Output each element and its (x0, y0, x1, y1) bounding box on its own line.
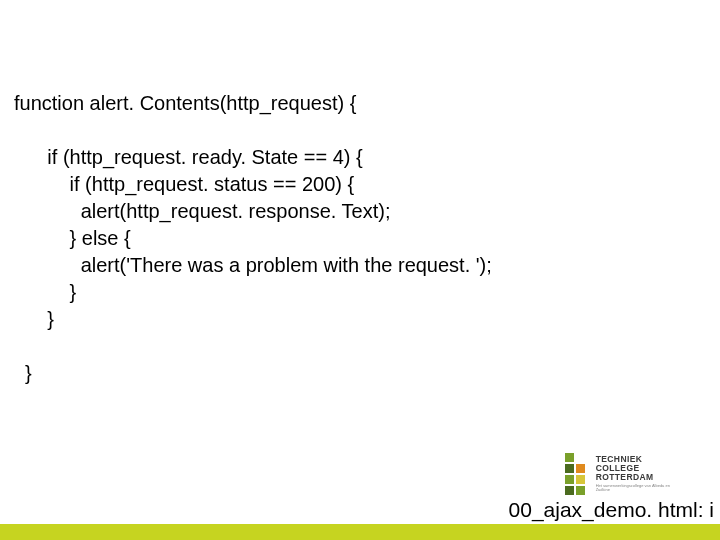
footer-filename: 00_ajax_demo. html: i (509, 498, 714, 522)
slide: function alert. Contents(http_request) {… (0, 0, 720, 540)
code-line: if (http_request. ready. State == 4) { (14, 146, 363, 168)
code-line: } (14, 281, 76, 303)
logo-mark-icon (564, 452, 590, 496)
code-line: function alert. Contents(http_request) { (14, 92, 356, 114)
code-line: } (14, 362, 32, 384)
code-line: } else { (14, 227, 131, 249)
code-line: alert('There was a problem with the requ… (14, 254, 492, 276)
logo-text: TECHNIEK COLLEGE ROTTERDAM Het samenwerk… (596, 455, 684, 492)
school-logo: TECHNIEK COLLEGE ROTTERDAM Het samenwerk… (564, 450, 684, 498)
footer-accent-bar (0, 524, 720, 540)
code-line: if (http_request. status == 200) { (14, 173, 354, 195)
logo-line3: ROTTERDAM (596, 473, 684, 482)
code-line: alert(http_request. response. Text); (14, 200, 390, 222)
logo-subtitle: Het samenwerkingscollege van Albeda en Z… (596, 484, 684, 492)
code-block: function alert. Contents(http_request) {… (14, 90, 710, 387)
code-line: } (14, 308, 54, 330)
